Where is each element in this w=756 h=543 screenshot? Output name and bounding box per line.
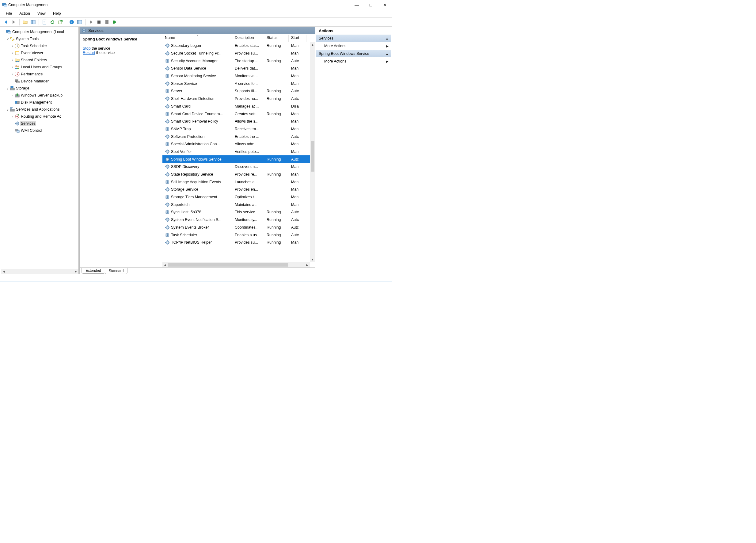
status-bar	[1, 275, 391, 281]
col-desc[interactable]: Description	[232, 35, 264, 42]
col-name[interactable]: ^Name	[162, 35, 232, 42]
scroll-right-icon[interactable]: ▶	[73, 269, 78, 274]
tree-toggle-icon[interactable]: v	[6, 37, 10, 41]
help-button[interactable]	[68, 18, 75, 26]
forward-button[interactable]	[10, 18, 17, 26]
panel-button[interactable]	[29, 18, 37, 26]
service-row[interactable]: Secondary LogonEnables star...RunningMan	[162, 42, 310, 50]
export-button[interactable]	[57, 18, 64, 26]
start-service-button[interactable]	[87, 18, 95, 26]
service-row[interactable]: Spot VerifierVerifies pote...Man	[162, 148, 310, 156]
tree-disk-mgmt[interactable]: Disk Management	[1, 99, 78, 106]
service-row[interactable]: Smart Card Device Enumera...Creates soft…	[162, 110, 310, 118]
scroll-down-icon[interactable]: ▼	[310, 257, 315, 262]
tree-toggle-icon[interactable]: ›	[10, 58, 15, 62]
restart-link[interactable]: Restart	[83, 51, 95, 55]
actions-more-actions-selected[interactable]: More Actions	[316, 57, 391, 65]
tree-device-manager[interactable]: Device Manager	[1, 78, 78, 85]
service-row[interactable]: SNMP TrapReceives tra...Man	[162, 125, 310, 133]
service-row[interactable]: Shell Hardware DetectionProvides no...Ru…	[162, 95, 310, 103]
gear-icon	[165, 240, 170, 245]
tree-toggle-icon[interactable]: ›	[10, 93, 15, 97]
up-button[interactable]	[21, 18, 29, 26]
services-panel-button[interactable]	[76, 18, 83, 26]
maximize-button[interactable]: □	[364, 0, 378, 9]
tree-performance[interactable]: ›Performance	[1, 70, 78, 78]
service-row[interactable]: Sensor ServiceA service fo...Man	[162, 80, 310, 87]
refresh-button[interactable]	[49, 18, 56, 26]
col-status[interactable]: Status	[264, 35, 289, 42]
service-row[interactable]: System Events BrokerCoordinates...Runnin…	[162, 224, 310, 231]
menu-file[interactable]: File	[3, 10, 15, 17]
properties-button[interactable]	[41, 18, 48, 26]
service-row[interactable]: Storage ServiceProvides en...Man	[162, 186, 310, 193]
service-row[interactable]: ServerSupports fil...RunningAutc	[162, 87, 310, 95]
menu-view[interactable]: View	[34, 10, 49, 17]
service-row[interactable]: Still Image Acquisition EventsLaunches a…	[162, 178, 310, 186]
tree-toggle-icon[interactable]: ›	[10, 65, 15, 69]
scroll-right-icon[interactable]: ▶	[305, 262, 310, 267]
tree-hscrollbar[interactable]: ◀ ▶	[1, 269, 78, 274]
service-row[interactable]: Sensor Monitoring ServiceMonitors va...M…	[162, 72, 310, 80]
service-row[interactable]: Special Administration Con...Allows adm.…	[162, 140, 310, 148]
tree-task-scheduler[interactable]: ›Task Scheduler	[1, 42, 78, 49]
tree-toggle-icon[interactable]: v	[6, 108, 10, 111]
restart-service-button[interactable]	[111, 18, 119, 26]
tree-root[interactable]: Computer Management (Local	[1, 28, 78, 35]
stop-service-button[interactable]	[95, 18, 103, 26]
service-row[interactable]: TCP/IP NetBIOS HelperProvides su...Runni…	[162, 239, 310, 246]
scroll-left-icon[interactable]: ◀	[162, 262, 168, 267]
minimize-button[interactable]: —	[350, 0, 364, 9]
scroll-up-icon[interactable]: ▲	[310, 42, 315, 47]
close-button[interactable]: ✕	[378, 0, 392, 9]
service-row[interactable]: Smart Card Removal PolicyAllows the s...…	[162, 118, 310, 125]
service-row[interactable]: SSDP DiscoveryDiscovers n...Man	[162, 163, 310, 171]
actions-section-selected[interactable]: Spring Boot Windows Service	[316, 50, 391, 57]
service-row[interactable]: Security Accounts ManagerThe startup ...…	[162, 57, 310, 65]
scroll-thumb[interactable]	[311, 141, 314, 172]
tree-label: Performance	[20, 72, 44, 76]
menu-help[interactable]: Help	[50, 10, 64, 17]
service-row[interactable]: State Repository ServiceProvides re...Ru…	[162, 171, 310, 178]
back-button[interactable]	[2, 18, 9, 26]
service-row[interactable]: SuperfetchMaintains a...Man	[162, 201, 310, 208]
tree-toggle-icon[interactable]: ›	[10, 115, 15, 118]
actions-section-services[interactable]: Services	[316, 35, 391, 42]
tree-storage[interactable]: vStorage	[1, 85, 78, 92]
service-row[interactable]: Software ProtectionEnables the ...Autc	[162, 133, 310, 140]
tree-wmi[interactable]: WMI Control	[1, 127, 78, 134]
service-list: ^Name Description Status Start Secondary…	[162, 35, 315, 267]
menu-action[interactable]: Action	[16, 10, 33, 17]
list-vscrollbar[interactable]: ▲ ▼	[310, 42, 315, 262]
service-row[interactable]: System Event Notification S...Monitors s…	[162, 216, 310, 224]
service-row[interactable]: Spring Boot Windows ServiceRunningAutc	[162, 155, 310, 163]
tree-local-users[interactable]: ›Local Users and Groups	[1, 63, 78, 70]
tree-toggle-icon[interactable]: ›	[10, 44, 15, 48]
stop-link[interactable]: Stop	[83, 46, 91, 51]
service-row[interactable]: Storage Tiers ManagementOptimizes t...Ma…	[162, 193, 310, 201]
service-desc: Provides su...	[232, 51, 264, 55]
tree-routing[interactable]: ›Routing and Remote Ac	[1, 113, 78, 120]
tree-toggle-icon[interactable]: ›	[10, 72, 15, 76]
tab-standard[interactable]: Standard	[105, 268, 128, 274]
service-row[interactable]: Secure Socket Tunneling Pr...Provides su…	[162, 50, 310, 57]
tree-event-viewer[interactable]: ›Event Viewer	[1, 49, 78, 56]
service-row[interactable]: Smart CardManages ac...Disa	[162, 103, 310, 110]
pause-service-button[interactable]	[103, 18, 111, 26]
tab-extended[interactable]: Extended	[82, 268, 105, 274]
tree-shared-folders[interactable]: ›Shared Folders	[1, 56, 78, 63]
actions-more-actions[interactable]: More Actions	[316, 42, 391, 50]
col-startup[interactable]: Start	[289, 35, 306, 42]
tree-toggle-icon[interactable]: v	[6, 86, 10, 90]
service-row[interactable]: Sync Host_5b378This service ...RunningAu…	[162, 208, 310, 216]
service-row[interactable]: Task SchedulerEnables a us...RunningAutc	[162, 231, 310, 239]
scroll-thumb[interactable]	[168, 262, 305, 267]
list-hscrollbar[interactable]: ◀ ▶	[162, 262, 310, 267]
scroll-left-icon[interactable]: ◀	[1, 269, 6, 274]
tree-system-tools[interactable]: v System Tools	[1, 35, 78, 42]
tree-services[interactable]: Services	[1, 120, 78, 127]
tree-toggle-icon[interactable]: ›	[10, 51, 15, 55]
service-row[interactable]: Sensor Data ServiceDelivers dat...Man	[162, 65, 310, 72]
tree-wsb[interactable]: ›Windows Server Backup	[1, 92, 78, 99]
tree-services-apps[interactable]: vServices and Applications	[1, 106, 78, 113]
